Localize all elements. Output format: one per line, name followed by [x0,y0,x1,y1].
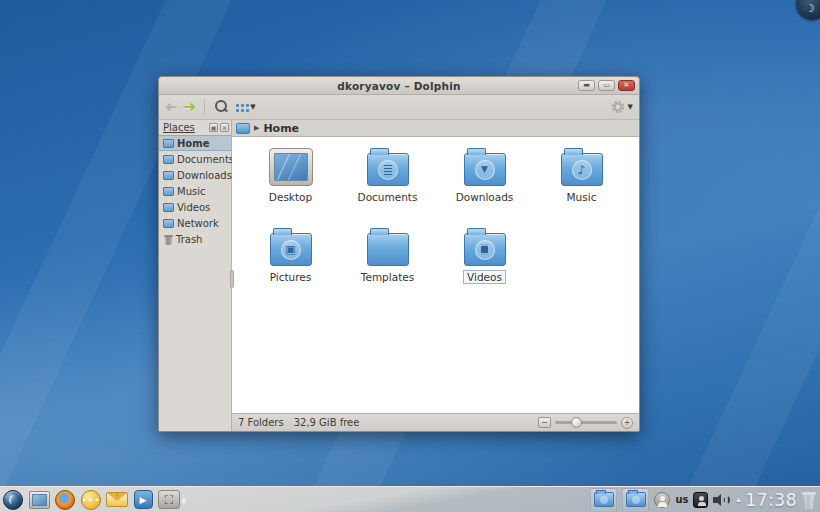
dolphin-folder-icon [626,492,646,507]
folder-icon [163,187,174,196]
icon-grid-icon [235,102,248,113]
play-icon: ▶ [134,490,153,509]
envelope-icon [106,492,128,507]
videos-folder-icon [464,233,506,266]
folder-icon [163,155,174,164]
chevron-down-icon: ▼ [628,103,633,111]
sidebar-item-music[interactable]: Music [159,183,231,199]
chevron-down-icon: ▼ [250,103,255,111]
launcher-overflow-icon[interactable]: ▲▼ [182,496,186,504]
clock[interactable]: 17:38 [746,490,798,510]
zoom-slider[interactable] [555,421,617,424]
zoom-control: − + [538,417,633,429]
breadcrumb: ▶ Home [232,120,639,137]
show-desktop-button[interactable] [28,489,50,511]
mail-launcher[interactable] [106,489,128,511]
trashcan-widget-icon[interactable] [802,490,816,509]
desktop-screen-icon [269,148,313,186]
status-bar: 7 Folders 32,9 GiB free − + [232,413,639,431]
folder-icon [163,219,174,228]
templates-folder-icon [367,233,409,266]
sidebar-item-home[interactable]: Home [159,135,231,151]
plasma-toolbox-cashew-icon[interactable]: ☽ [796,0,820,20]
home-folder-icon[interactable] [236,123,250,134]
music-folder-icon [561,153,603,186]
zoom-out-button[interactable]: − [538,417,551,428]
folder-view[interactable]: Desktop Documents Downloads Music [232,137,639,413]
folder-count: 7 Folders [238,417,284,428]
toolbar-separator [204,99,205,115]
chat-launcher[interactable]: ••• [80,489,102,511]
task-button-dolphin-2[interactable] [622,488,649,512]
trash-icon [164,234,173,245]
folder-icon [163,203,174,212]
breadcrumb-arrow-icon[interactable]: ▶ [254,124,259,132]
volume-icon[interactable] [713,492,731,508]
zoom-in-button[interactable]: + [621,417,633,429]
tray-expander-icon[interactable]: ▴ [736,495,740,504]
firefox-icon [55,490,75,510]
panel-close-button[interactable]: ✕ [220,123,229,132]
control-menu-button[interactable]: ▼ [610,99,633,115]
titlebar[interactable]: dkoryavov – Dolphin ▬ ▭ ✕ [159,77,639,95]
places-panel: Places ▣ ✕ Home Documents Downloads [159,120,232,431]
back-button[interactable]: ➜ [165,100,178,115]
keyboard-layout-indicator[interactable]: us [675,494,688,505]
folder-item-desktop[interactable]: Desktop [242,142,339,222]
media-player-launcher[interactable]: ▶ [132,489,154,511]
kickoff-launcher-button[interactable] [2,489,24,511]
folder-item-templates[interactable]: Templates [339,222,436,302]
free-space: 32,9 GiB free [294,417,360,428]
sidebar-item-documents[interactable]: Documents [159,151,231,167]
search-icon[interactable] [213,99,229,115]
firefox-launcher[interactable] [54,489,76,511]
dolphin-window: dkoryavov – Dolphin ▬ ▭ ✕ ➜ ➜ ▼ [158,76,640,432]
sidebar-item-trash[interactable]: Trash [159,231,231,247]
chat-bubble-icon: ••• [81,490,101,510]
klipper-tray-icon[interactable] [693,492,708,508]
icon-view-button[interactable]: ▼ [235,102,255,113]
folder-item-pictures[interactable]: Pictures [242,222,339,302]
zoom-slider-handle[interactable] [571,417,582,428]
screen-grabber-launcher[interactable]: ⛶ [158,489,180,511]
panel-splitter-handle[interactable] [230,270,234,288]
panel-float-button[interactable]: ▣ [209,123,218,132]
maximize-button[interactable]: ▭ [598,80,615,91]
pictures-folder-icon [270,233,312,266]
screen-grabber-icon: ⛶ [158,490,180,509]
folder-item-music[interactable]: Music [533,142,630,222]
documents-folder-icon [367,153,409,186]
folder-icon [163,171,174,180]
desktop-icon [29,491,50,509]
gear-icon [610,99,626,115]
taskbar-panel: ••• ▶ ⛶ ▲▼ us ▴ 17:38 [0,486,820,512]
user-tray-icon[interactable] [654,492,670,508]
sidebar-item-downloads[interactable]: Downloads [159,167,231,183]
folder-item-videos[interactable]: Videos [436,222,533,302]
downloads-folder-icon [464,153,506,186]
dolphin-folder-icon [594,492,614,507]
sidebar-item-videos[interactable]: Videos [159,199,231,215]
desktop-background: ☽ dkoryavov – Dolphin ▬ ▭ ✕ ➜ ➜ ▼ [0,0,820,512]
sidebar-item-network[interactable]: Network [159,215,231,231]
folder-item-downloads[interactable]: Downloads [436,142,533,222]
toolbar: ➜ ➜ ▼ ▼ [159,95,639,120]
close-button[interactable]: ✕ [618,80,635,91]
places-panel-title: Places [163,122,207,133]
breadcrumb-home[interactable]: Home [263,122,299,135]
window-title: dkoryavov – Dolphin [337,80,460,92]
folder-item-documents[interactable]: Documents [339,142,436,222]
minimize-button[interactable]: ▬ [578,80,595,91]
forward-button[interactable]: ➜ [184,100,197,115]
folder-icon [163,139,174,148]
kde-orb-icon [3,490,23,510]
task-button-dolphin-1[interactable] [590,488,617,512]
